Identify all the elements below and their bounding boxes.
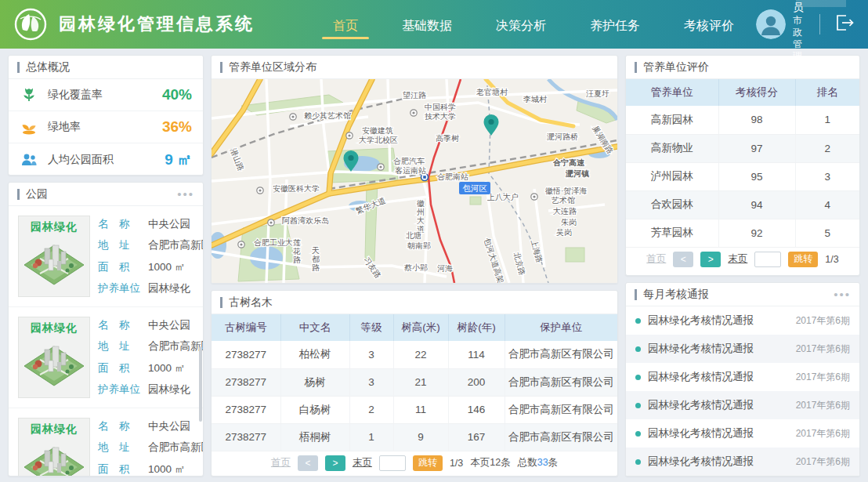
- table-row: 2738277梧桐树19167合肥市高新区有限公司: [212, 423, 617, 451]
- map-label: 莲花路: [292, 238, 301, 264]
- column-header: 等级: [349, 314, 393, 341]
- column-header: 中文名: [280, 314, 349, 341]
- map-label: 吴岗: [556, 228, 572, 237]
- map-label: 淝河路桥: [547, 132, 578, 141]
- stat-label: 绿化覆盖率: [48, 88, 162, 102]
- nav-item-4[interactable]: 养护任务: [582, 2, 648, 48]
- stat-value: 40%: [162, 86, 192, 103]
- pager-last-link[interactable]: 末页: [353, 456, 372, 469]
- avatar[interactable]: [756, 9, 786, 39]
- parks-scrollbar[interactable]: [197, 208, 202, 474]
- logout-icon[interactable]: [832, 11, 855, 38]
- report-title: 园林绿化考核情况通报: [648, 398, 754, 412]
- map-label: 徽悟·贺泽海: [545, 187, 587, 195]
- evaluation-pagination: 首页 < > 末页 跳转 1/3: [626, 248, 859, 271]
- table-row: 芳草园林925: [626, 219, 859, 247]
- overview-stats: 绿化覆盖率 40% 绿地率 36% 人均公园面积 9 ㎡: [9, 79, 203, 176]
- pager-jump-button[interactable]: 跳转: [788, 252, 818, 267]
- pager-next-button[interactable]: >: [325, 455, 345, 471]
- park-field: 面 积1000 ㎡: [98, 463, 203, 476]
- map-label: 汪夏圩: [586, 89, 609, 98]
- park-list: 园林绿化 名 称中央公园地 址合肥市高新区面 积1000 ㎡护养单位园林绿化 园…: [9, 206, 203, 476]
- pager-page-input[interactable]: [754, 252, 781, 267]
- pager-page-indicator: 1/3: [825, 254, 838, 265]
- map-label: 天都路: [312, 246, 320, 272]
- pager-prev-button[interactable]: <: [298, 455, 318, 471]
- map-label: 大连路: [553, 207, 577, 216]
- nav-item-3[interactable]: 决策分析: [488, 2, 554, 48]
- pager-jump-button[interactable]: 跳转: [413, 455, 443, 471]
- column-header: 排名: [795, 79, 859, 106]
- table-row: 高新园林981: [626, 106, 859, 134]
- map-label: 中国科学: [425, 103, 456, 111]
- main-content: 总体概况 绿化覆盖率 40% 绿地率 36% 人均公园面积 9 ㎡ 公园 •••…: [0, 49, 868, 482]
- map-label: 赖少其艺术馆: [304, 111, 351, 120]
- bullet-dot-icon: [635, 375, 641, 380]
- pager-total-count: 总数33条: [518, 456, 558, 469]
- column-header: 管养单位: [626, 79, 718, 106]
- app-logo-icon: [13, 6, 49, 42]
- pager-next-button[interactable]: >: [700, 252, 721, 267]
- trees-panel: 古树名木 古树编号中文名等级树高(米)树龄(年)保护单位 2738277柏松树3…: [211, 290, 618, 477]
- overview-panel: 总体概况 绿化覆盖率 40% 绿地率 36% 人均公园面积 9 ㎡: [8, 55, 204, 176]
- people-icon: [20, 150, 38, 169]
- report-issue: 2017年第6期: [796, 399, 850, 412]
- region-map[interactable]: 望江路中国科学技术大学老官塘村李城村汪夏圩赖少其艺术馆安徽建筑大学北校区高季树淝…: [212, 79, 617, 283]
- pager-page-input[interactable]: [379, 455, 406, 471]
- map-label: 北塘: [406, 231, 421, 240]
- nav-item-5[interactable]: 考核评价: [676, 2, 742, 48]
- flower-icon: [20, 85, 38, 104]
- table-row: 2738277白杨树211146合肥市高新区有限公司: [212, 396, 617, 423]
- report-item-6[interactable]: 园林绿化考核情况通报 2017年第6期: [626, 448, 859, 476]
- park-field: 名 称中央公园: [98, 420, 203, 433]
- parks-more-menu[interactable]: •••: [177, 190, 194, 198]
- park-city-illustration: [23, 234, 85, 289]
- nav-item-2[interactable]: 基础数据: [394, 2, 460, 48]
- map-label: 客运南站: [395, 166, 426, 175]
- report-item-5[interactable]: 园林绿化考核情况通报 2017年第6期: [626, 419, 859, 448]
- report-issue: 2017年第6期: [796, 314, 850, 328]
- map-label: 朱岗: [561, 218, 577, 227]
- report-item-2[interactable]: 园林绿化考核情况通报 2017年第6期: [626, 335, 859, 363]
- pager-last-link[interactable]: 末页: [728, 252, 747, 266]
- table-row: 高新物业972: [626, 134, 859, 162]
- column-header: 保护单位: [505, 314, 617, 341]
- main-nav: 首页基础数据决策分析养护任务考核评价: [311, 2, 756, 48]
- map-label: 阿酋湾欢乐岛: [282, 216, 329, 225]
- title-marker: [635, 62, 637, 73]
- bullet-dot-icon: [635, 459, 641, 465]
- park-city-illustration: [23, 437, 85, 476]
- report-item-1[interactable]: 园林绿化考核情况通报 2017年第6期: [626, 306, 859, 335]
- park-item-3[interactable]: 园林绿化 名 称中央公园地 址合肥市高新区面 积1000 ㎡护养单位园林绿化: [9, 408, 203, 476]
- report-list: 园林绿化考核情况通报 2017年第6期 园林绿化考核情况通报 2017年第6期 …: [626, 306, 859, 476]
- overview-title: 总体概况: [26, 60, 70, 74]
- table-row: 2738277柏松树322114合肥市高新区有限公司: [212, 341, 617, 368]
- stat-row-2: 绿地率 36%: [9, 111, 203, 143]
- report-item-4[interactable]: 园林绿化考核情况通报 2017年第6期: [626, 391, 859, 419]
- park-item-1[interactable]: 园林绿化 名 称中央公园地 址合肥市高新区面 积1000 ㎡护养单位园林绿化: [9, 206, 203, 307]
- pager-prev-button[interactable]: <: [673, 252, 693, 267]
- map-label: 安徽医科大学: [273, 184, 320, 193]
- park-field: 护养单位园林绿化: [98, 282, 203, 295]
- report-item-3[interactable]: 园林绿化考核情况通报 2017年第6期: [626, 363, 859, 391]
- report-title: 园林绿化考核情况通报: [648, 342, 754, 356]
- stat-label: 人均公园面积: [48, 153, 165, 167]
- evaluation-title: 管养单位评价: [643, 60, 709, 74]
- map-label: 李城村: [523, 95, 548, 103]
- user-block[interactable]: 管理员 市政管理处: [756, 0, 808, 74]
- user-department: 市政管理处: [793, 15, 808, 74]
- title-marker: [17, 189, 20, 200]
- park-item-2[interactable]: 园林绿化 名 称中央公园地 址合肥市高新区面 积1000 ㎡护养单位园林绿化: [9, 307, 203, 408]
- pager-first-link[interactable]: 首页: [646, 252, 666, 266]
- park-thumbnail-text: 园林绿化: [31, 220, 78, 234]
- map-title: 管养单位区域分布: [229, 60, 316, 74]
- bullet-dot-icon: [635, 431, 641, 437]
- pager-first-link[interactable]: 首页: [271, 456, 291, 469]
- map-label: 河海: [437, 264, 453, 273]
- nav-item-1[interactable]: 首页: [325, 2, 366, 48]
- map-label: 蔡小郢: [404, 263, 428, 272]
- header-divider: [819, 14, 820, 34]
- map-label: 望江路: [403, 91, 426, 100]
- reports-more-menu[interactable]: •••: [834, 291, 851, 299]
- map-label: 上八大户: [486, 193, 519, 201]
